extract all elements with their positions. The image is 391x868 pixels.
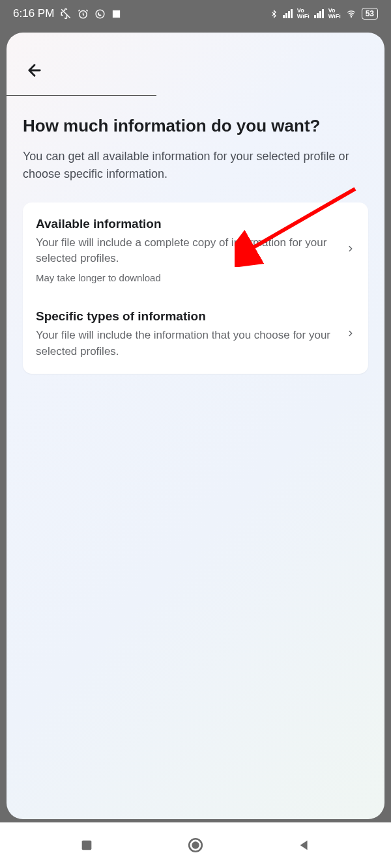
status-left: 6:16 PM <box>13 7 121 20</box>
alarm-icon <box>78 8 89 20</box>
chevron-right-icon <box>346 242 355 259</box>
vowifi-label-1: VoWiFi <box>297 8 310 20</box>
nav-home-button[interactable] <box>186 835 205 855</box>
page-subtitle: You can get all available information fo… <box>23 148 368 183</box>
status-bar: 6:16 PM <box>0 0 391 27</box>
back-button[interactable] <box>23 59 46 82</box>
option-title: Specific types of information <box>36 309 336 324</box>
vowifi-label-2: VoWiFi <box>328 8 341 20</box>
svg-rect-6 <box>82 841 92 850</box>
nav-back-button[interactable] <box>295 835 314 855</box>
bluetooth-icon <box>270 8 278 20</box>
header <box>7 33 384 95</box>
battery-indicator: 53 <box>362 8 378 20</box>
svg-point-8 <box>193 843 199 848</box>
svg-point-3 <box>351 16 351 17</box>
signal-icon-1 <box>283 9 293 18</box>
option-content: Specific types of information Your file … <box>36 309 346 359</box>
svg-rect-2 <box>113 10 120 17</box>
svg-point-1 <box>96 10 104 18</box>
option-available-information[interactable]: Available information Your file will inc… <box>23 203 368 298</box>
chevron-right-icon <box>346 326 355 343</box>
navigation-bar <box>0 822 391 868</box>
option-description: Your file will include a complete copy o… <box>36 235 336 267</box>
whatsapp-icon <box>94 8 106 20</box>
app-frame: How much information do you want? You ca… <box>7 33 384 819</box>
option-specific-types[interactable]: Specific types of information Your file … <box>23 298 368 374</box>
options-card: Available information Your file will inc… <box>23 203 368 374</box>
option-description: Your file will include the information t… <box>36 328 336 359</box>
page-title: How much information do you want? <box>23 115 368 137</box>
square-icon <box>80 838 94 852</box>
arrow-left-icon <box>25 61 44 79</box>
square-icon <box>111 9 121 19</box>
status-time: 6:16 PM <box>13 7 54 20</box>
triangle-left-icon <box>297 838 311 852</box>
nav-recent-button[interactable] <box>77 835 96 855</box>
circle-icon <box>187 837 204 854</box>
option-content: Available information Your file will inc… <box>36 217 346 283</box>
wifi-icon <box>345 9 357 18</box>
signal-icon-2 <box>314 9 324 18</box>
option-note: May take longer to download <box>36 272 336 283</box>
mute-icon <box>60 8 72 20</box>
option-title: Available information <box>36 217 336 231</box>
status-right: VoWiFi VoWiFi 53 <box>270 8 378 20</box>
main-content: How much information do you want? You ca… <box>7 96 384 393</box>
